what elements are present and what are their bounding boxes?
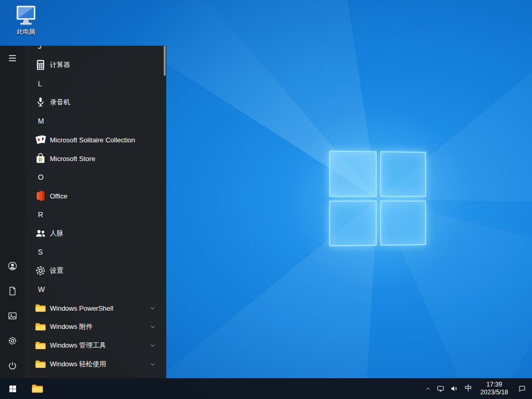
office-icon	[34, 190, 47, 202]
app-folder-item[interactable]: Windows 附件	[25, 317, 166, 336]
app-list-item[interactable]: Microsoft Store	[25, 149, 166, 168]
app-label: Windows 管理工具	[50, 341, 106, 350]
app-folder-item[interactable]: Windows PowerShell	[25, 299, 166, 317]
solitaire-icon	[34, 134, 47, 146]
system-tray: 中 17:39 2023/5/18	[422, 378, 532, 399]
app-folder-item[interactable]: Windows 轻松使用	[25, 355, 166, 374]
user-icon	[7, 261, 18, 271]
app-label: Windows PowerShell	[50, 304, 113, 312]
chevron-down-icon[interactable]	[150, 361, 156, 367]
app-list-item[interactable]: 人脉	[25, 224, 166, 243]
ime-indicator[interactable]: 中	[461, 378, 476, 399]
speaker-icon	[450, 384, 458, 393]
app-label: Windows 轻松使用	[50, 360, 106, 369]
chevron-down-icon[interactable]	[150, 324, 156, 330]
gear-icon	[7, 336, 18, 346]
app-label: Microsoft Store	[50, 155, 95, 163]
app-list-item[interactable]: Microsoft Solitaire Collection	[25, 130, 166, 149]
windows-flag-icon	[8, 384, 17, 393]
logo-pane	[380, 200, 426, 246]
power-icon	[7, 361, 18, 371]
network-icon	[436, 384, 445, 393]
volume-button[interactable]	[447, 378, 461, 399]
gear-icon	[34, 264, 47, 277]
expand-menu-button[interactable]	[0, 46, 25, 71]
microphone-icon	[34, 96, 47, 109]
app-section-header[interactable]: O	[25, 168, 166, 187]
clock-time: 17:39	[486, 381, 502, 389]
folder-icon	[34, 339, 47, 352]
pictures-button[interactable]	[0, 303, 25, 328]
chevron-down-icon[interactable]	[150, 305, 156, 311]
windows-logo	[329, 151, 426, 246]
app-label: 人脉	[50, 229, 63, 238]
document-icon	[7, 286, 18, 296]
logo-pane	[380, 151, 426, 197]
tray-overflow-button[interactable]	[422, 378, 434, 399]
clock-date: 2023/5/18	[481, 389, 508, 396]
app-section-header[interactable]: J	[25, 46, 166, 56]
app-label: Windows 附件	[50, 322, 92, 331]
app-list-item[interactable]: 录音机	[25, 93, 166, 112]
app-folder-item[interactable]: Windows 管理工具	[25, 336, 166, 355]
calculator-icon	[34, 59, 47, 71]
app-section-header[interactable]: S	[25, 243, 166, 261]
scrollbar-thumb[interactable]	[164, 46, 166, 76]
power-button[interactable]	[0, 353, 25, 378]
start-app-list: J计算器L录音机MMicrosoft Solitaire CollectionM…	[25, 46, 166, 378]
app-label: 设置	[50, 266, 63, 275]
logo-pane	[329, 201, 376, 247]
folder-icon	[31, 382, 44, 395]
app-label: Microsoft Solitaire Collection	[50, 136, 135, 144]
notification-icon	[518, 384, 526, 393]
start-menu: J计算器L录音机MMicrosoft Solitaire CollectionM…	[0, 46, 166, 378]
hamburger-icon	[7, 53, 18, 63]
app-label: 录音机	[50, 98, 70, 107]
action-center-button[interactable]	[512, 378, 532, 399]
folder-icon	[34, 302, 47, 314]
app-list-item[interactable]	[25, 374, 166, 378]
computer-icon	[14, 4, 38, 27]
network-button[interactable]	[434, 378, 447, 399]
settings-button[interactable]	[0, 328, 25, 353]
picture-icon	[7, 311, 18, 321]
clock[interactable]: 17:39 2023/5/18	[476, 378, 512, 399]
folder-icon	[34, 358, 47, 370]
start-button[interactable]	[0, 378, 25, 399]
app-label: 计算器	[50, 60, 70, 70]
start-menu-rail	[0, 46, 25, 378]
app-section-header[interactable]: L	[25, 74, 166, 93]
app-label: Office	[50, 192, 68, 200]
app-list-item[interactable]: Office	[25, 187, 166, 205]
app-section-header[interactable]: W	[25, 280, 166, 299]
people-icon	[34, 227, 47, 240]
folder-icon	[34, 321, 47, 333]
documents-button[interactable]	[0, 278, 25, 303]
logo-pane	[329, 151, 376, 197]
chevron-down-icon[interactable]	[150, 342, 156, 349]
chevron-up-icon	[425, 385, 431, 392]
app-section-header[interactable]: M	[25, 112, 166, 130]
app-section-header[interactable]: R	[25, 205, 166, 224]
taskbar: 中 17:39 2023/5/18	[0, 378, 532, 399]
app-list-item[interactable]: 设置	[25, 261, 166, 280]
app-list-item[interactable]: 计算器	[25, 56, 166, 74]
desktop-icon-label: 此电脑	[5, 28, 47, 36]
account-button[interactable]	[0, 254, 25, 278]
file-explorer-button[interactable]	[25, 378, 50, 399]
desktop-icon-this-pc[interactable]: 此电脑	[5, 4, 47, 36]
store-icon	[34, 152, 47, 165]
